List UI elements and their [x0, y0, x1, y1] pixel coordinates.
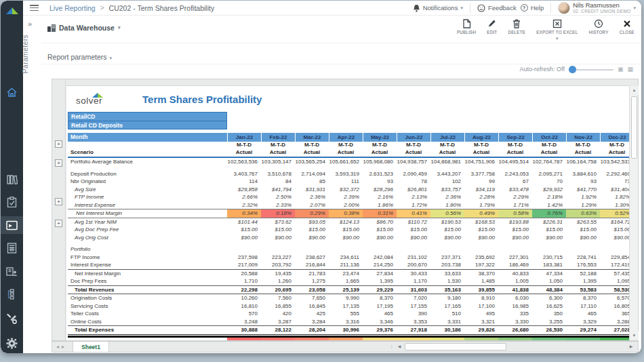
table-cell: M-T-D — [566, 142, 600, 148]
expand-group-button[interactable]: + — [55, 220, 62, 227]
table-cell: 570 — [227, 310, 261, 318]
expand-group-button[interactable]: + — [55, 198, 62, 205]
table-cell: $90.00 — [261, 234, 295, 242]
chevron-down-icon: ▾ — [460, 5, 463, 11]
solver-logo-icon[interactable] — [1, 6, 23, 20]
tools-icon[interactable] — [1, 310, 23, 327]
table-cell: 17,110 — [566, 302, 600, 310]
splitter-handle[interactable]: ⁞ — [391, 344, 393, 350]
scroll-left-icon[interactable]: ◀ — [395, 342, 403, 351]
grid-view-icon[interactable]: ▦ — [627, 66, 633, 73]
clipboard-check-icon[interactable] — [1, 193, 23, 211]
table-cell: 16,845 — [295, 302, 329, 310]
table-cell: Nbr Originated — [68, 178, 227, 186]
collapse-panel-button[interactable]: » — [28, 20, 32, 28]
export-to-excel-button[interactable]: EXPORT TO EXCEL ▾ — [536, 19, 578, 41]
table-cell: 214,250 — [363, 261, 397, 269]
table-cell: 28,122 — [261, 326, 295, 334]
table-cell: 3,331 — [430, 318, 464, 326]
table-cell: 3,443,207 — [430, 170, 464, 178]
table-cell: 425 — [295, 310, 329, 318]
delete-button[interactable]: DELETE — [508, 19, 525, 41]
home-icon[interactable] — [1, 83, 23, 101]
table-cell: 1,485 — [464, 277, 498, 285]
table-cell: $15.00 — [227, 226, 261, 234]
table-row: Portfolio Average Balance102,563,536103,… — [68, 158, 629, 166]
settings-gear-icon[interactable] — [1, 334, 23, 352]
close-button[interactable]: CLOSE — [620, 19, 635, 41]
table-cell: $31,404 — [600, 186, 629, 194]
history-button[interactable]: HISTORY — [588, 19, 608, 41]
table-cell: 8,370 — [363, 294, 397, 302]
parameters-panel-collapsed[interactable]: Parameters — [21, 35, 29, 73]
table-row: Avg Orig Cost$90.00$90.00$90.00$90.00$90… — [68, 234, 629, 242]
table-cell: 3,353 — [397, 318, 430, 326]
table-cell: 10,029 — [464, 338, 498, 341]
feedback-button[interactable]: Feedback — [477, 4, 517, 12]
table-cell: 1,170 — [397, 277, 430, 285]
table-cell: 2,243,053 — [498, 170, 532, 178]
table-cell: 58,530 — [600, 286, 629, 294]
notifications-menu[interactable]: Notifications ▾ — [413, 4, 463, 12]
calculator-icon[interactable] — [1, 239, 23, 257]
table-cell: 106,164,758 — [566, 158, 600, 166]
data-source-selector[interactable]: Data Warehouse ▾ — [47, 24, 120, 32]
table-cell: Interest Expense — [68, 201, 227, 209]
horizontal-scrollbar[interactable]: ⁞ ◀ ▶ — [391, 342, 638, 352]
table-cell: Doc Prep Fees — [68, 277, 227, 285]
table-cell: Actual — [329, 148, 363, 157]
checkbox-icon[interactable]: ▣ — [618, 66, 624, 73]
scroll-down-icon[interactable]: ▼ — [630, 331, 639, 340]
live-reporting-icon[interactable] — [1, 216, 23, 234]
table-cell: 19,435 — [261, 270, 295, 278]
table-cell: 234,611 — [329, 254, 363, 262]
table-cell: 1.82% — [600, 193, 629, 201]
table-cell: $90.00 — [227, 234, 261, 242]
table-cell: $90.00 — [430, 234, 464, 242]
breadcrumb-separator: > — [100, 4, 104, 12]
expand-group-button[interactable]: + — [55, 159, 62, 167]
report-parameters-toggle[interactable]: Report parameters▾ — [47, 53, 112, 61]
table-cell: 231,102 — [397, 254, 430, 262]
publish-button[interactable]: PUBLISH — [457, 19, 476, 41]
scrollbar-thumb[interactable] — [405, 343, 506, 350]
hierarchy-icon[interactable] — [1, 285, 23, 303]
table-cell: 8,910 — [464, 294, 498, 302]
sheet-nav-arrows[interactable]: ◂▸ — [56, 344, 67, 350]
scroll-right-icon[interactable]: ▶ — [627, 342, 635, 351]
table-cell: 7,020 — [397, 294, 430, 302]
table-cell: 104,495,514 — [498, 158, 532, 166]
documents-user-icon[interactable] — [1, 262, 23, 280]
auto-refresh-slider[interactable] — [569, 66, 613, 73]
scrollbar-thumb[interactable] — [631, 96, 637, 159]
table-cell: Mar-22 — [295, 133, 329, 142]
table-cell: 105,661,652 — [329, 158, 363, 166]
scroll-up-icon[interactable]: ▲ — [630, 86, 639, 95]
table-cell: M-T-D — [261, 142, 295, 148]
table-cell: 2,090,459 — [397, 170, 430, 178]
help-button[interactable]: ? Help — [521, 4, 544, 12]
sheet-tab[interactable]: Sheet1 — [73, 342, 109, 352]
sheet-tab-bar: ◂▸ Sheet1 ⁞ ◀ ▶ — [52, 341, 639, 353]
table-cell: Avg Orig Cost — [68, 234, 227, 242]
edit-button[interactable]: EDIT — [487, 19, 497, 41]
scrollbar-track[interactable] — [403, 342, 627, 351]
table-cell: Actual — [498, 148, 532, 157]
table-cell: $15.00 — [295, 226, 329, 234]
table-cell: 2.13% — [397, 193, 430, 201]
table-cell: 102,563,536 — [227, 158, 261, 166]
feedback-label: Feedback — [488, 4, 517, 12]
vertical-scrollbar[interactable]: ▲ ▼ — [629, 86, 638, 340]
user-menu[interactable]: Nils Rasmussen 02. CREDIT UNION DEMO ▾ — [558, 2, 636, 14]
table-cell: $90.00 — [363, 234, 397, 242]
table-cell: 7,650 — [295, 294, 329, 302]
hamburger-menu-icon[interactable] — [30, 5, 39, 11]
library-icon[interactable] — [1, 170, 23, 188]
slider-knob[interactable] — [569, 66, 576, 73]
table-cell: $168.53 — [464, 218, 498, 226]
expand-group-button[interactable]: + — [55, 140, 62, 148]
table-cell: 23,058 — [295, 286, 329, 294]
table-cell: Deposit Production — [68, 170, 227, 178]
solver-report-logo: solver — [76, 96, 102, 106]
breadcrumb-module[interactable]: Live Reporting — [49, 4, 96, 12]
